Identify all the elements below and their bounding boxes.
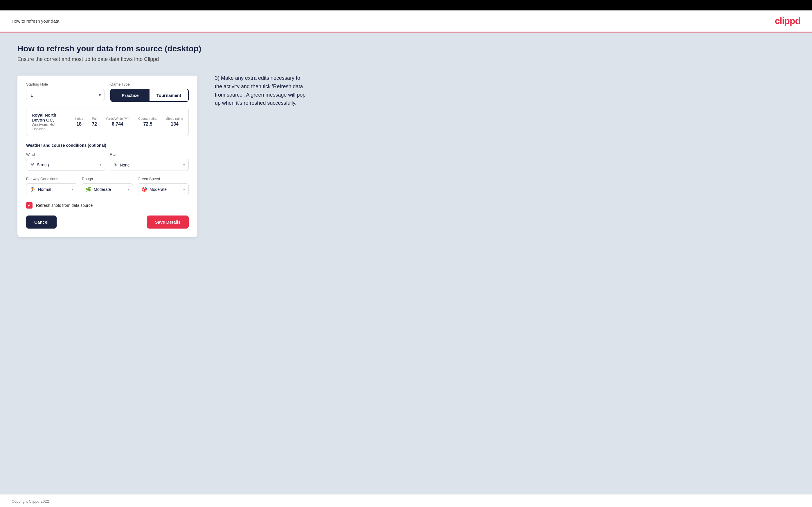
rough-chevron-icon: ▾ bbox=[128, 187, 129, 191]
green-field: Green Speed 🎯 Moderate ▾ bbox=[138, 177, 189, 195]
top-fields-row: Starting Hole 1 ▾ Game Type Practice Tou… bbox=[26, 82, 189, 102]
green-chevron-icon: ▾ bbox=[183, 187, 185, 191]
fairway-value: Normal bbox=[38, 187, 72, 192]
rain-field: Rain ☀ None ▾ bbox=[110, 152, 189, 171]
game-type-label: Game Type bbox=[110, 82, 189, 87]
wind-icon: 🌬 bbox=[30, 162, 35, 167]
rain-chevron-icon: ▾ bbox=[183, 163, 185, 167]
conditions-section-title: Weather and course conditions (optional) bbox=[26, 143, 189, 148]
starting-hole-col: Starting Hole 1 ▾ bbox=[26, 82, 104, 102]
check-icon: ✓ bbox=[28, 203, 31, 208]
fairway-chevron-icon: ▾ bbox=[72, 187, 73, 191]
rough-select[interactable]: 🌿 Moderate ▾ bbox=[82, 183, 133, 195]
wind-label: Wind bbox=[26, 152, 105, 157]
course-info-box: Royal North Devon GC, Westward Ho!, Engl… bbox=[26, 108, 189, 136]
cancel-button[interactable]: Cancel bbox=[26, 216, 57, 229]
par-stat: Par 72 bbox=[92, 117, 97, 127]
wind-chevron-icon: ▾ bbox=[100, 163, 101, 167]
fairway-field: Fairway Conditions 🏌 Normal ▾ bbox=[26, 177, 77, 195]
yards-value: 6,744 bbox=[106, 121, 130, 127]
game-type-group: Practice Tournament bbox=[110, 89, 189, 102]
fairway-icon: 🏌 bbox=[30, 186, 36, 192]
course-location: Westward Ho!, England bbox=[32, 122, 66, 131]
page-heading: How to refresh your data from source (de… bbox=[17, 44, 795, 53]
wind-value: Strong bbox=[37, 162, 100, 167]
course-rating-stat: Course rating 72.5 bbox=[138, 117, 157, 127]
rain-label: Rain bbox=[110, 152, 189, 157]
yards-stat: Yards/White (M)) 6,744 bbox=[106, 117, 130, 127]
footer: Copyright Clippd 2022 bbox=[0, 494, 812, 507]
course-name-area: Royal North Devon GC, Westward Ho!, Engl… bbox=[32, 113, 66, 131]
starting-hole-select[interactable]: 1 bbox=[26, 89, 104, 101]
slope-rating-value: 134 bbox=[166, 121, 183, 127]
card-top-strip bbox=[17, 74, 197, 76]
refresh-checkbox[interactable]: ✓ bbox=[26, 202, 33, 209]
rain-icon: ☀ bbox=[113, 162, 117, 168]
green-icon: 🎯 bbox=[141, 186, 147, 192]
fairway-select[interactable]: 🏌 Normal ▾ bbox=[26, 183, 77, 195]
main-content: How to refresh your data from source (de… bbox=[0, 33, 812, 494]
side-description: 3) Make any extra edits necessary to the… bbox=[215, 74, 308, 107]
wind-field: Wind 🌬 Strong ▾ bbox=[26, 152, 105, 171]
copyright: Copyright Clippd 2022 bbox=[12, 499, 49, 504]
logo: clippd bbox=[775, 16, 800, 26]
refresh-label: Refresh shots from data source bbox=[36, 203, 93, 208]
rain-value: None bbox=[120, 163, 183, 167]
rain-select[interactable]: ☀ None ▾ bbox=[110, 159, 189, 171]
refresh-checkbox-row: ✓ Refresh shots from data source bbox=[26, 202, 189, 209]
header: How to refresh your data clippd bbox=[0, 10, 812, 33]
yards-label: Yards/White (M)) bbox=[106, 117, 130, 120]
button-row: Cancel Save Details bbox=[26, 216, 189, 229]
starting-hole-label: Starting Hole bbox=[26, 82, 104, 87]
holes-value: 18 bbox=[75, 121, 83, 127]
practice-button[interactable]: Practice bbox=[111, 89, 150, 101]
starting-hole-wrapper: 1 ▾ bbox=[26, 89, 104, 101]
game-type-col: Game Type Practice Tournament bbox=[110, 82, 189, 102]
rough-icon: 🌿 bbox=[86, 186, 92, 192]
course-rating-value: 72.5 bbox=[138, 121, 157, 127]
rough-field: Rough 🌿 Moderate ▾ bbox=[82, 177, 133, 195]
header-title: How to refresh your data bbox=[12, 18, 59, 23]
rough-label: Rough bbox=[82, 177, 133, 181]
page-subheading: Ensure the correct and most up to date d… bbox=[17, 56, 795, 62]
course-rating-label: Course rating bbox=[138, 117, 157, 120]
slope-rating-label: Slope rating bbox=[166, 117, 183, 120]
wind-select[interactable]: 🌬 Strong ▾ bbox=[26, 159, 105, 171]
par-value: 72 bbox=[92, 121, 97, 127]
fairway-rough-green-row: Fairway Conditions 🏌 Normal ▾ Rough 🌿 Mo… bbox=[26, 177, 189, 195]
rough-value: Moderate bbox=[94, 187, 128, 192]
wind-rain-row: Wind 🌬 Strong ▾ Rain ☀ None ▾ bbox=[26, 152, 189, 171]
slope-rating-stat: Slope rating 134 bbox=[166, 117, 183, 127]
par-label: Par bbox=[92, 117, 97, 120]
green-value: Moderate bbox=[150, 187, 183, 192]
save-button[interactable]: Save Details bbox=[147, 216, 189, 229]
green-select[interactable]: 🎯 Moderate ▾ bbox=[138, 183, 189, 195]
holes-stat: Holes 18 bbox=[75, 117, 83, 127]
holes-label: Holes bbox=[75, 117, 83, 120]
content-area: Starting Hole 1 ▾ Game Type Practice Tou… bbox=[17, 74, 795, 237]
card: Starting Hole 1 ▾ Game Type Practice Tou… bbox=[17, 74, 197, 237]
fairway-label: Fairway Conditions bbox=[26, 177, 77, 181]
top-bar bbox=[0, 0, 812, 10]
green-label: Green Speed bbox=[138, 177, 189, 181]
tournament-button[interactable]: Tournament bbox=[150, 89, 188, 101]
course-name: Royal North Devon GC, bbox=[32, 113, 66, 122]
